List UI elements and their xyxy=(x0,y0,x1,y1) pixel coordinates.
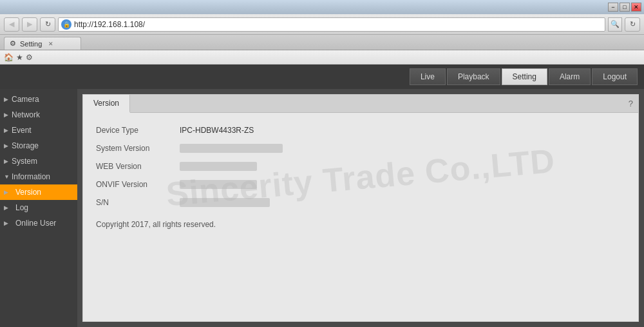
arrow-version-icon: ▶ xyxy=(4,189,8,195)
sidebar-item-version[interactable]: ▶ Version xyxy=(0,184,77,200)
alarm-button[interactable]: Alarm xyxy=(549,68,591,85)
sidebar-label-storage: Storage xyxy=(12,141,39,150)
app-wrapper: Live Playback Setting Alarm Logout ▶ Cam… xyxy=(0,64,644,327)
panel-tab-row: Version ? xyxy=(83,95,638,113)
forward-button[interactable]: ▶ xyxy=(22,17,37,32)
sidebar-item-event[interactable]: ▶ Event xyxy=(0,123,77,138)
setting-button[interactable]: Setting xyxy=(502,68,547,85)
arrow-camera-icon: ▶ xyxy=(4,96,8,103)
main-area: ▶ Camera ▶ Network ▶ Event ▶ Storage ▶ S… xyxy=(0,89,644,327)
sidebar-item-system[interactable]: ▶ System xyxy=(0,154,77,169)
live-button[interactable]: Live xyxy=(410,68,446,85)
panel-content: Sincerity Trade Co.,LTD Device Type IPC-… xyxy=(83,113,638,242)
playback-button[interactable]: Playback xyxy=(447,68,500,85)
sidebar-item-online-user[interactable]: ▶ Online User xyxy=(0,215,77,231)
copyright-text: Copyright 2017, all rights reserved. xyxy=(96,220,625,229)
sn-row: S/N xyxy=(96,198,625,207)
gear-icon[interactable]: ⚙ xyxy=(26,53,33,62)
address-input[interactable] xyxy=(74,20,602,29)
sidebar-label-version: Version xyxy=(15,188,41,197)
browser-titlebar: − □ ✕ xyxy=(0,0,644,14)
sidebar-label-camera: Camera xyxy=(12,95,39,104)
web-version-label: WEB Version xyxy=(96,162,180,171)
arrow-event-icon: ▶ xyxy=(4,127,8,134)
arrow-network-icon: ▶ xyxy=(4,112,8,118)
refresh-button[interactable]: ↻ xyxy=(40,17,55,32)
web-version-value xyxy=(180,162,257,171)
content-panel: Version ? Sincerity Trade Co.,LTD Device… xyxy=(82,94,639,322)
sidebar-item-information[interactable]: ▼ Information xyxy=(0,169,77,184)
arrow-log-icon: ▶ xyxy=(4,204,8,211)
device-type-value: IPC-HDBW4433R-ZS xyxy=(180,126,254,135)
search-button[interactable]: 🔍 xyxy=(608,17,622,32)
top-nav: Live Playback Setting Alarm Logout xyxy=(0,64,644,89)
tab-favicon: ⚙ xyxy=(10,39,16,48)
tab-title: Setting xyxy=(20,40,42,48)
system-version-row: System Version xyxy=(96,144,625,153)
system-version-value xyxy=(180,144,283,153)
tab-bar: ⚙ Setting ✕ xyxy=(0,35,644,50)
tab-close-button[interactable]: ✕ xyxy=(48,41,53,47)
browser-tab-setting[interactable]: ⚙ Setting ✕ xyxy=(4,37,81,50)
tab-version-label: Version xyxy=(93,99,119,108)
sidebar-item-network[interactable]: ▶ Network xyxy=(0,107,77,123)
minimize-button[interactable]: − xyxy=(608,3,618,12)
sidebar: ▶ Camera ▶ Network ▶ Event ▶ Storage ▶ S… xyxy=(0,89,77,327)
sidebar-label-information: Information xyxy=(12,172,50,181)
bookmarks-bar: 🏠 ★ ⚙ xyxy=(0,50,644,64)
maximize-button[interactable]: □ xyxy=(620,3,630,12)
back-button[interactable]: ◀ xyxy=(4,17,19,32)
sidebar-item-storage[interactable]: ▶ Storage xyxy=(0,138,77,154)
onvif-version-value xyxy=(180,180,257,189)
sidebar-label-online-user: Online User xyxy=(15,219,56,228)
logout-button[interactable]: Logout xyxy=(592,68,638,85)
close-button[interactable]: ✕ xyxy=(631,3,641,12)
tab-version[interactable]: Version xyxy=(83,95,130,113)
star-icon[interactable]: ★ xyxy=(16,53,23,62)
sidebar-label-network: Network xyxy=(12,110,40,119)
sidebar-label-system: System xyxy=(12,157,37,166)
sidebar-item-log[interactable]: ▶ Log xyxy=(0,200,77,215)
device-type-label: Device Type xyxy=(96,126,180,135)
sn-label: S/N xyxy=(96,198,180,207)
arrow-system-icon: ▶ xyxy=(4,158,8,164)
sidebar-label-log: Log xyxy=(15,203,28,212)
arrow-online-user-icon: ▶ xyxy=(4,220,8,226)
arrow-storage-icon: ▶ xyxy=(4,143,8,149)
sn-value xyxy=(180,198,270,207)
onvif-version-label: ONVIF Version xyxy=(96,180,180,189)
browser-toolbar: ◀ ▶ ↻ 🔒 🔍 ↻ xyxy=(0,14,644,35)
home-icon[interactable]: 🏠 xyxy=(4,53,14,62)
sidebar-label-event: Event xyxy=(12,126,32,135)
arrow-information-icon: ▼ xyxy=(4,173,10,180)
web-version-row: WEB Version xyxy=(96,162,625,171)
refresh-go-button[interactable]: ↻ xyxy=(625,17,640,32)
device-type-row: Device Type IPC-HDBW4433R-ZS xyxy=(96,126,625,135)
help-icon[interactable]: ? xyxy=(623,96,638,111)
security-icon: 🔒 xyxy=(61,19,71,30)
onvif-version-row: ONVIF Version xyxy=(96,180,625,189)
sidebar-item-camera[interactable]: ▶ Camera xyxy=(0,92,77,107)
address-bar: 🔒 xyxy=(58,17,605,32)
system-version-label: System Version xyxy=(96,144,180,153)
